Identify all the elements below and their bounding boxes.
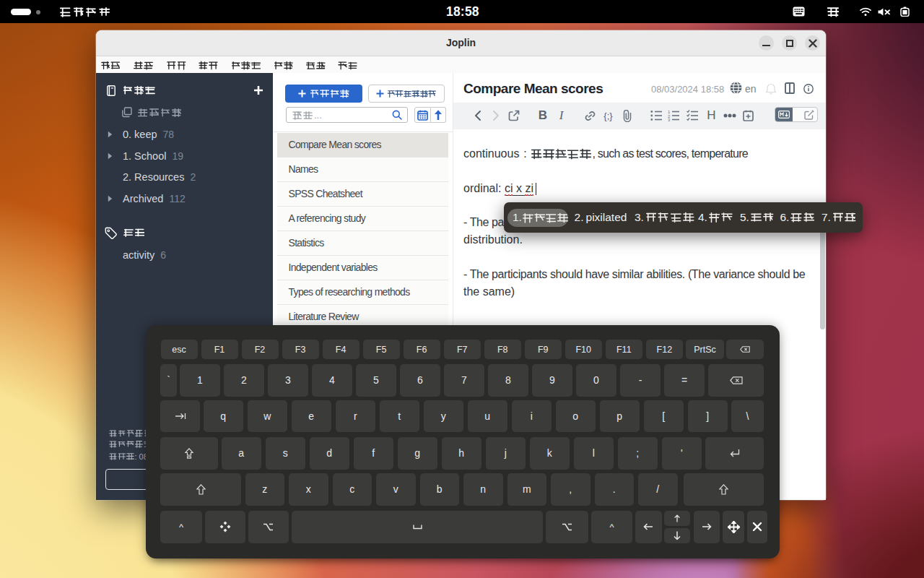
svg-text:3: 3 bbox=[668, 118, 671, 121]
